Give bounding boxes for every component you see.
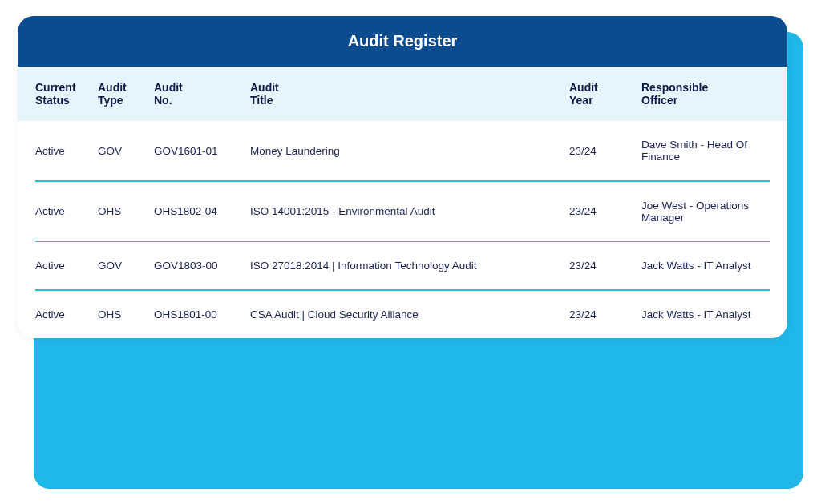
cell-type: GOV — [98, 145, 154, 157]
col-header-type[interactable]: Audit Type — [98, 81, 154, 107]
cell-year: 23/24 — [569, 145, 641, 157]
cell-no: GOV1601-01 — [154, 145, 250, 157]
cell-officer: Joe West - Operations Manager — [641, 200, 770, 224]
col-header-year[interactable]: Audit Year — [569, 81, 641, 107]
cell-title: ISO 27018:2014 | Information Technology … — [250, 260, 569, 272]
cell-year: 23/24 — [569, 260, 641, 272]
table-row[interactable]: Active GOV GOV1803-00 ISO 27018:2014 | I… — [18, 242, 787, 289]
table-row[interactable]: Active OHS OHS1802-04 ISO 14001:2015 - E… — [18, 182, 787, 241]
cell-type: OHS — [98, 205, 154, 217]
table-row[interactable]: Active OHS OHS1801-00 CSA Audit | Cloud … — [18, 291, 787, 338]
cell-status: Active — [35, 260, 98, 272]
cell-status: Active — [35, 205, 98, 217]
col-header-status[interactable]: Current Status — [35, 81, 98, 107]
cell-no: GOV1803-00 — [154, 260, 250, 272]
col-header-no[interactable]: Audit No. — [154, 81, 250, 107]
cell-officer: Dave Smith - Head Of Finance — [641, 139, 770, 163]
cell-status: Active — [35, 308, 98, 321]
cell-type: GOV — [98, 260, 154, 272]
cell-year: 23/24 — [569, 205, 641, 217]
audit-register-card: Audit Register Current Status Audit Type… — [18, 16, 787, 338]
cell-no: OHS1802-04 — [154, 205, 250, 217]
table-row[interactable]: Active GOV GOV1601-01 Money Laundering 2… — [18, 121, 787, 180]
cell-officer: Jack Watts - IT Analyst — [641, 260, 770, 272]
table-header-row: Current Status Audit Type Audit No. Audi… — [18, 67, 787, 121]
cell-title: ISO 14001:2015 - Environmental Audit — [250, 205, 569, 217]
cell-title: CSA Audit | Cloud Security Alliance — [250, 308, 569, 321]
cell-no: OHS1801-00 — [154, 308, 250, 321]
page-title: Audit Register — [18, 16, 787, 67]
cell-officer: Jack Watts - IT Analyst — [641, 308, 770, 321]
cell-year: 23/24 — [569, 308, 641, 321]
cell-title: Money Laundering — [250, 145, 569, 157]
col-header-officer[interactable]: Responsible Officer — [641, 81, 770, 107]
cell-type: OHS — [98, 308, 154, 321]
cell-status: Active — [35, 145, 98, 157]
col-header-title[interactable]: Audit Title — [250, 81, 569, 107]
